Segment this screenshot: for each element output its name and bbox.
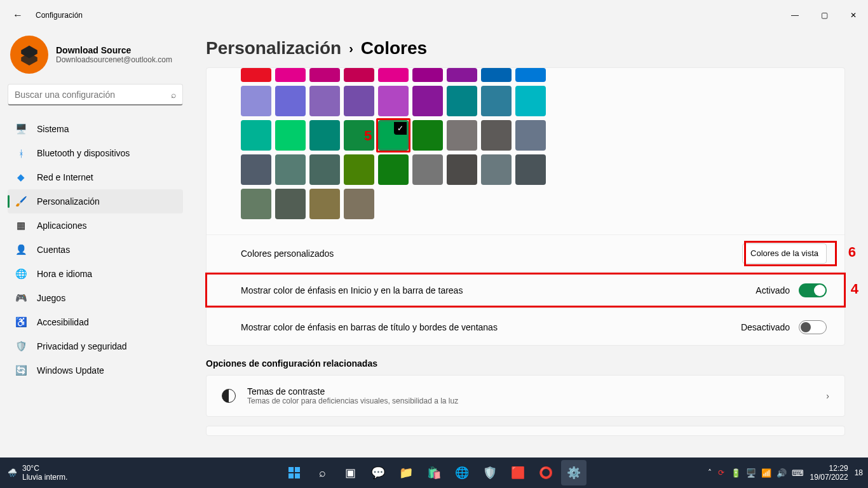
tray-volume-icon[interactable]: 🔊	[776, 468, 787, 478]
color-swatch[interactable]	[515, 120, 546, 151]
sidebar-item[interactable]: 🔄Windows Update	[8, 358, 183, 383]
sidebar-item[interactable]: 🖌️Personalización	[8, 189, 183, 214]
accent-titlebar-toggle[interactable]	[799, 320, 827, 334]
color-swatch[interactable]	[309, 68, 340, 82]
color-swatch[interactable]	[447, 154, 477, 185]
view-colors-button[interactable]: Colores de la vista	[742, 243, 827, 264]
color-swatch[interactable]	[378, 154, 409, 185]
color-swatch[interactable]	[447, 86, 477, 116]
nav-list: 🖥️SistemaᚼBluetooth y dispositivos◆Red e…	[8, 117, 183, 383]
maximize-button[interactable]: ▢	[810, 5, 839, 25]
tray-language-icon[interactable]: ⌨	[792, 468, 804, 478]
sidebar-item[interactable]: ᚼBluetooth y dispositivos	[8, 141, 183, 165]
notifications-badge[interactable]: 18	[855, 468, 863, 477]
color-swatch[interactable]	[447, 120, 477, 151]
store-icon[interactable]: 🛍️	[421, 460, 447, 485]
chat-icon[interactable]: 💬	[365, 460, 391, 485]
color-swatch[interactable]	[412, 86, 443, 116]
color-swatch[interactable]	[515, 68, 546, 82]
nav-label: Hora e idioma	[37, 269, 92, 279]
close-button[interactable]: ✕	[839, 5, 868, 25]
avatar	[10, 36, 48, 74]
color-swatch[interactable]	[344, 120, 374, 151]
search-box[interactable]: ⌕	[8, 84, 183, 105]
tray-wifi-icon[interactable]: 📶	[761, 468, 771, 478]
taskbar-clock[interactable]: 12:29 19/07/2022	[810, 464, 848, 482]
search-input[interactable]	[15, 90, 171, 100]
annotation-6: 6	[848, 244, 856, 261]
sidebar-item[interactable]: 👤Cuentas	[8, 238, 183, 262]
color-swatch[interactable]	[344, 68, 374, 82]
color-swatch[interactable]	[515, 154, 546, 185]
color-swatch[interactable]	[241, 86, 271, 116]
nav-label: Aplicaciones	[37, 220, 87, 231]
sidebar-item[interactable]: 🖥️Sistema	[8, 117, 183, 141]
task-view-icon[interactable]: ▣	[337, 460, 363, 485]
color-swatch[interactable]	[515, 86, 546, 116]
sidebar-item[interactable]: ◆Red e Internet	[8, 165, 183, 189]
settings-icon[interactable]: ⚙️	[561, 460, 587, 485]
tray-chevron-icon[interactable]: ˄	[708, 468, 712, 477]
contrast-themes-row[interactable]: Temas de contraste Temas de color para d…	[206, 375, 845, 417]
color-swatch[interactable]	[241, 189, 271, 219]
file-explorer-icon[interactable]: 📁	[393, 460, 419, 485]
next-panel-peek	[206, 426, 845, 436]
security-icon[interactable]: 🛡️	[477, 460, 503, 485]
color-swatch[interactable]	[241, 154, 271, 185]
weather-icon: 🌧️	[8, 468, 17, 477]
color-swatch[interactable]: ✓	[378, 120, 409, 151]
color-swatch[interactable]	[412, 120, 443, 151]
contrast-title: Temas de contraste	[247, 386, 458, 396]
color-swatch[interactable]	[481, 68, 512, 82]
color-swatch[interactable]	[275, 189, 306, 219]
color-swatch[interactable]	[344, 189, 374, 219]
accent-start-toggle[interactable]	[799, 283, 827, 297]
chrome-icon[interactable]: ⭕	[533, 460, 559, 485]
nav-icon: 🎮	[15, 292, 27, 304]
color-swatch[interactable]	[241, 120, 271, 151]
color-swatch[interactable]	[481, 86, 512, 116]
color-swatch[interactable]	[275, 120, 306, 151]
nav-icon: 🛡️	[15, 341, 27, 352]
color-swatch[interactable]	[275, 68, 306, 82]
sidebar-item[interactable]: 🌐Hora e idioma	[8, 262, 183, 286]
color-swatch[interactable]	[275, 86, 306, 116]
nav-label: Juegos	[37, 293, 65, 303]
color-swatch[interactable]	[309, 189, 340, 219]
sidebar-item[interactable]: 🛡️Privacidad y seguridad	[8, 334, 183, 358]
sidebar-item[interactable]: 🎮Juegos	[8, 286, 183, 310]
color-swatch[interactable]	[481, 154, 512, 185]
app-icon[interactable]: 🟥	[505, 460, 531, 485]
tray-screen-icon[interactable]: 🖥️	[746, 468, 756, 478]
color-swatch[interactable]	[412, 154, 443, 185]
color-swatch[interactable]	[241, 68, 271, 82]
start-button[interactable]	[281, 460, 307, 485]
color-swatch[interactable]	[378, 86, 409, 116]
taskbar-weather[interactable]: 🌧️ 30°C Lluvia interm.	[0, 464, 67, 482]
color-swatch[interactable]	[344, 86, 374, 116]
breadcrumb-parent[interactable]: Personalización	[206, 38, 341, 58]
tray-battery-icon[interactable]: 🔋	[731, 468, 741, 478]
sidebar-item[interactable]: ▦Aplicaciones	[8, 214, 183, 238]
content-area: Personalización › Colores ✓5 Colores per…	[191, 30, 868, 458]
taskbar: 🌧️ 30°C Lluvia interm. ⌕ ▣ 💬 📁 🛍️ 🌐 🛡️ 🟥…	[0, 458, 868, 488]
color-swatch[interactable]	[309, 154, 340, 185]
sidebar-item[interactable]: ♿Accesibilidad	[8, 310, 183, 334]
color-swatch[interactable]	[309, 120, 340, 151]
nav-icon: ♿	[15, 316, 27, 328]
breadcrumb-current: Colores	[361, 38, 427, 58]
back-button[interactable]: ←	[5, 10, 31, 21]
color-swatch[interactable]	[344, 154, 374, 185]
tray-sync-icon[interactable]: ⟳	[718, 468, 724, 477]
color-swatch[interactable]	[378, 68, 409, 82]
accent-color-palette: ✓5	[241, 68, 827, 223]
color-swatch[interactable]	[412, 68, 443, 82]
minimize-button[interactable]: ―	[780, 5, 810, 25]
color-swatch[interactable]	[481, 120, 512, 151]
color-swatch[interactable]	[447, 68, 477, 82]
color-swatch[interactable]	[275, 154, 306, 185]
profile-block[interactable]: Download Source Downloadsourcenet@outloo…	[8, 36, 183, 84]
color-swatch[interactable]	[309, 86, 340, 116]
edge-icon[interactable]: 🌐	[449, 460, 475, 485]
taskbar-search-icon[interactable]: ⌕	[309, 460, 335, 485]
